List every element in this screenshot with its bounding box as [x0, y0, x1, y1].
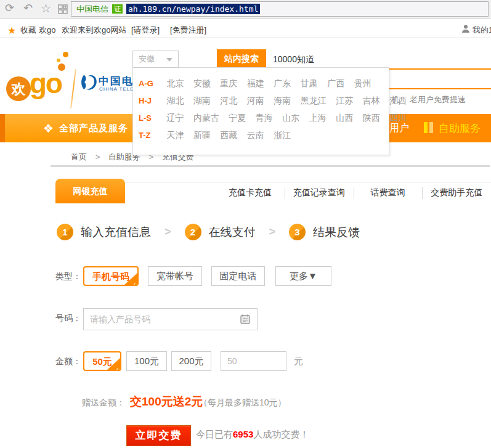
type-option-mobile[interactable]: 手机号码 ✓ [83, 266, 139, 286]
custom-amount-input[interactable] [221, 351, 286, 371]
pause-bars-icon [424, 122, 428, 133]
letter-group: T-Z [139, 127, 157, 144]
navbar-accent-strip [0, 114, 5, 142]
province-row: H-J 湖北 湖南 河北 河南 海南 黑龙江 江苏 吉林 江西 [133, 92, 389, 109]
stat-suffix: 人成功交费！ [253, 429, 309, 439]
pay-now-button[interactable]: 立即交费 [126, 425, 191, 446]
province-link[interactable]: 安徽 [193, 75, 211, 92]
province-link[interactable]: 甘肃 [301, 75, 318, 92]
apps-grid-icon[interactable] [58, 4, 68, 14]
favorite-link[interactable]: 收藏 [20, 25, 36, 36]
step-1-label: 输入充值信息 [81, 224, 151, 240]
stat-count: 6953 [233, 429, 253, 439]
province-link[interactable]: 广西 [327, 75, 344, 92]
step-2-label: 在线支付 [209, 224, 256, 240]
tab-assistant-recharge[interactable]: 交费助手充值 [422, 182, 491, 203]
amount-option-50[interactable]: 50元 ✓ [83, 351, 121, 371]
bonus-label: 赠送金额： [82, 397, 125, 409]
province-link[interactable]: 江西 [389, 92, 407, 109]
type-option-broadband[interactable]: 宽带帐号 [148, 266, 202, 286]
content-divider [51, 165, 490, 167]
province-link[interactable]: 重庆 [220, 75, 237, 92]
province-link[interactable]: 宁夏 [229, 109, 246, 126]
favorite-star-icon: ★ [7, 25, 16, 36]
address-bar[interactable]: 中国电信 证 ah.189.cn/newpay/index.html [71, 1, 489, 17]
product-number-input[interactable] [83, 308, 258, 330]
user-bar: ★ 收藏 欢go 欢迎来到欢go网站 [请登录] [免费注册] 我的189 [0, 19, 491, 38]
province-link[interactable]: 北京 [166, 75, 184, 92]
site-search-button[interactable]: 站内搜索 [217, 49, 266, 68]
province-link[interactable]: 黑龙江 [301, 92, 327, 109]
province-link[interactable]: 浙江 [274, 126, 291, 144]
bookmark-star-icon[interactable]: ☆ [41, 1, 51, 15]
province-link[interactable]: 山东 [282, 109, 299, 126]
huan-go-logo[interactable]: 欢 [6, 76, 31, 101]
amount-option-200[interactable]: 200元 [171, 351, 211, 371]
province-link[interactable]: 新疆 [193, 126, 211, 144]
province-link[interactable]: 广东 [274, 75, 291, 92]
province-link[interactable]: 江苏 [336, 92, 353, 109]
province-link[interactable]: 山西 [336, 109, 353, 126]
province-link[interactable]: 贵州 [354, 75, 371, 92]
province-link[interactable]: 福建 [247, 75, 264, 92]
type-option-landline[interactable]: 固定电话 [211, 266, 265, 286]
type-label: 类型： [55, 271, 81, 282]
province-link[interactable]: 湖北 [166, 92, 184, 109]
province-link[interactable]: 湖南 [193, 92, 211, 109]
region-select[interactable]: 安徽 [132, 51, 179, 68]
browser-toolbar: ⟳ ↶ ☆ 中国电信 证 ah.189.cn/newpay/index.html [0, 0, 491, 18]
bonus-highlight: 交100元送2元 [130, 394, 203, 410]
amount-option-100[interactable]: 100元 [126, 351, 167, 371]
logo-dot [58, 63, 65, 71]
type-option-more[interactable]: 更多▼ [275, 266, 331, 286]
province-link[interactable]: 河北 [220, 92, 237, 109]
amount-label: 金额： [55, 356, 81, 367]
province-row: T-Z 天津 新疆 西藏 云南 浙江 [133, 126, 389, 144]
user-icon [461, 24, 471, 34]
bonus-note: （每月最多赠送10元） [199, 397, 286, 409]
cert-badge: 证 [112, 4, 123, 14]
province-link[interactable]: 青海 [256, 109, 273, 126]
success-stat: 今日已有6953人成功交费！ [196, 429, 309, 441]
url-text-selected[interactable]: ah.189.cn/newpay/index.html [126, 4, 260, 14]
province-link[interactable]: 海南 [274, 92, 291, 109]
province-link[interactable]: 四川 [389, 109, 407, 126]
huan-go-logo-text[interactable]: go [30, 67, 62, 100]
step-1-badge: 1 [57, 224, 73, 240]
pause-bars-icon [429, 122, 433, 133]
province-link[interactable]: 陕西 [363, 109, 380, 126]
letter-group: H-J [139, 92, 157, 110]
tab-bar: 充值卡充值 充值记录查询 话费查询 交费助手充值 [125, 182, 491, 203]
header-orange-rule [389, 88, 491, 89]
login-link[interactable]: [请登录] [131, 25, 160, 36]
tab-online-bank-recharge[interactable]: 网银充值 [55, 179, 125, 203]
all-products-label: 全部产品及服务 [59, 123, 128, 134]
province-link[interactable]: 云南 [247, 126, 264, 144]
favorite-brand[interactable]: 欢go [39, 25, 55, 36]
step-3-label: 结果反馈 [313, 224, 360, 240]
hot-link-free-speedup[interactable]: 老用户免费提速 [410, 94, 466, 105]
10000-knows-link[interactable]: 10000知道 [273, 54, 314, 65]
province-link[interactable]: 西藏 [220, 126, 237, 144]
step-2-badge: 2 [185, 224, 201, 240]
province-link[interactable]: 河南 [247, 92, 264, 109]
breadcrumb-home[interactable]: 首页 [71, 152, 87, 161]
tab-recharge-records[interactable]: 充值记录查询 [285, 182, 354, 203]
nav-item-self-service[interactable]: 自助服务 [439, 121, 481, 136]
refresh-icon[interactable]: ⟳ [5, 1, 14, 15]
tab-card-recharge[interactable]: 充值卡充值 [216, 182, 285, 203]
tab-bill-query[interactable]: 话费查询 [354, 182, 423, 203]
logo-dot [57, 59, 60, 62]
back-icon[interactable]: ↶ [23, 1, 33, 15]
contacts-icon[interactable] [239, 313, 251, 325]
page: ⟳ ↶ ☆ 中国电信 证 ah.189.cn/newpay/index.html… [0, 0, 491, 448]
province-link[interactable]: 上海 [309, 109, 327, 126]
my-189-link[interactable]: 我的189 [473, 25, 491, 36]
china-telecom-logo-icon [80, 73, 97, 92]
province-link[interactable]: 辽宁 [166, 109, 184, 126]
province-link[interactable]: 内蒙古 [193, 109, 219, 126]
province-link[interactable]: 吉林 [363, 92, 380, 109]
all-products-menu[interactable]: ❖ 全部产品及服务 [5, 114, 132, 142]
province-link[interactable]: 天津 [166, 126, 184, 144]
register-link[interactable]: [免费注册] [170, 25, 206, 36]
